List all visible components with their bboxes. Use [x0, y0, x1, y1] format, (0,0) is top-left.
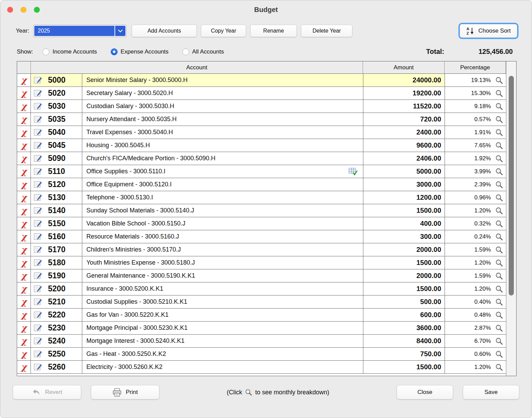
delete-icon[interactable]: χ — [21, 180, 26, 189]
amount-cell[interactable]: 1500.00 — [363, 256, 445, 269]
spreadsheet-icon[interactable] — [349, 167, 358, 175]
table-row[interactable]: χ 5230 Mortgage Principal - 3000.5230.K.… — [17, 322, 506, 335]
magnifier-icon[interactable] — [495, 285, 503, 293]
delete-icon[interactable]: χ — [21, 298, 26, 306]
add-accounts-button[interactable]: Add Accounts — [132, 25, 197, 37]
scrollbar-thumb[interactable] — [509, 76, 514, 295]
table-row[interactable]: χ 5200 Insurance - 3000.5200.K.K1 — [17, 282, 506, 295]
amount-cell[interactable]: 500.00 — [363, 295, 445, 308]
delete-icon[interactable]: χ — [21, 154, 26, 163]
table-row[interactable]: χ 5090 Church's FICA/Medicare Portion - … — [17, 152, 506, 165]
magnifier-icon[interactable] — [495, 246, 503, 254]
magnifier-icon[interactable] — [495, 154, 503, 163]
table-row[interactable]: χ 5140 Sunday School Materials - 3000.51… — [17, 204, 506, 217]
year-select[interactable]: 2025 — [33, 25, 126, 37]
magnifier-icon[interactable] — [495, 363, 503, 371]
amount-cell[interactable]: 300.00 — [363, 230, 445, 243]
amount-cell[interactable]: 2000.00 — [363, 269, 445, 282]
rename-button[interactable]: Rename — [250, 25, 297, 37]
table-row[interactable]: χ 5190 General Maintenance - 3000.5190.K… — [17, 269, 506, 282]
amount-cell[interactable]: 720.00 — [363, 113, 445, 126]
delete-icon[interactable]: χ — [21, 167, 26, 176]
revert-button[interactable]: Revert — [13, 385, 81, 399]
table-row[interactable]: χ 5260 Electricity - 3000.5260.K.K2 — [17, 361, 506, 374]
magnifier-icon[interactable] — [495, 298, 503, 306]
amount-cell[interactable]: 5000.00 — [363, 165, 445, 178]
magnifier-icon[interactable] — [495, 76, 503, 84]
copy-year-button[interactable]: Copy Year — [201, 25, 246, 37]
table-row[interactable]: χ 5170 Children's Ministries - 3000.5170… — [17, 243, 506, 256]
edit-icon[interactable] — [33, 206, 42, 215]
radio-all-accounts[interactable]: All Accounts — [182, 48, 224, 55]
delete-icon[interactable]: χ — [21, 271, 26, 280]
amount-cell[interactable]: 11520.00 — [363, 100, 445, 113]
table-row[interactable]: χ 5000 Senior Minister Salary - 3000.500… — [17, 74, 506, 87]
radio-income-accounts[interactable]: Income Accounts — [43, 48, 97, 55]
amount-cell[interactable]: 600.00 — [363, 309, 445, 321]
edit-icon[interactable] — [33, 337, 42, 345]
magnifier-icon[interactable] — [495, 272, 503, 280]
table-row[interactable]: χ 5130 Telephone - 3000.5130.I — [17, 191, 506, 204]
save-button[interactable]: Save — [463, 385, 519, 399]
edit-icon[interactable] — [33, 271, 42, 280]
magnifier-icon[interactable] — [495, 220, 503, 228]
amount-cell[interactable]: 1200.00 — [363, 191, 445, 204]
edit-icon[interactable] — [33, 167, 42, 176]
amount-cell[interactable]: 3000.00 — [363, 178, 445, 191]
amount-cell[interactable]: 3600.00 — [363, 322, 445, 334]
edit-icon[interactable] — [33, 219, 42, 228]
amount-cell[interactable]: 1500.00 — [363, 361, 445, 373]
table-row[interactable]: χ 5250 Gas - Heat - 3000.5250.K.K2 — [17, 348, 506, 361]
edit-icon[interactable] — [33, 76, 42, 84]
amount-cell[interactable]: 2406.00 — [363, 152, 445, 165]
magnifier-icon[interactable] — [495, 207, 503, 215]
delete-icon[interactable]: χ — [21, 76, 26, 84]
delete-icon[interactable]: χ — [21, 245, 26, 254]
choose-sort-button[interactable]: A Z Choose Sort — [460, 24, 518, 38]
edit-icon[interactable] — [33, 115, 42, 124]
table-row[interactable]: χ 5030 Custodian Salary - 3000.5030.H — [17, 100, 506, 113]
magnifier-icon[interactable] — [495, 141, 503, 150]
delete-icon[interactable]: χ — [21, 89, 26, 97]
magnifier-icon[interactable] — [495, 167, 503, 176]
edit-icon[interactable] — [33, 245, 42, 254]
delete-icon[interactable]: χ — [21, 285, 26, 293]
edit-icon[interactable] — [33, 141, 42, 150]
table-row[interactable]: χ 5240 Mortgage Interest - 3000.5240.K.K… — [17, 335, 506, 348]
amount-cell[interactable]: 2400.00 — [363, 126, 445, 139]
table-row[interactable]: χ 5020 Secretary Salary - 3000.5020.H — [17, 87, 506, 100]
amount-cell[interactable]: 24000.00 — [363, 74, 445, 86]
edit-icon[interactable] — [33, 324, 42, 332]
delete-icon[interactable]: χ — [21, 350, 26, 358]
magnifier-icon[interactable] — [495, 337, 503, 345]
delete-icon[interactable]: χ — [21, 311, 26, 319]
magnifier-icon[interactable] — [495, 350, 503, 358]
edit-icon[interactable] — [33, 258, 42, 267]
table-row[interactable]: χ 5040 Travel Expenses - 3000.5040.H — [17, 126, 506, 139]
delete-icon[interactable]: χ — [21, 141, 26, 150]
magnifier-icon[interactable] — [495, 181, 503, 189]
table-row[interactable]: χ 5035 Nursery Attendant - 3000.5035.H — [17, 113, 506, 126]
edit-icon[interactable] — [33, 363, 42, 371]
magnifier-icon[interactable] — [495, 102, 503, 111]
magnifier-icon[interactable] — [495, 89, 503, 97]
delete-icon[interactable]: χ — [21, 232, 26, 241]
delete-icon[interactable]: χ — [21, 363, 26, 371]
delete-icon[interactable]: χ — [21, 337, 26, 345]
edit-icon[interactable] — [33, 193, 42, 202]
table-row[interactable]: χ 5110 Office Supplies - 3000.5110.I — [17, 165, 506, 178]
edit-icon[interactable] — [33, 285, 42, 293]
magnifier-icon[interactable] — [495, 233, 503, 241]
amount-cell[interactable]: 2000.00 — [363, 243, 445, 256]
delete-year-button[interactable]: Delete Year — [301, 25, 352, 37]
scrollbar[interactable] — [506, 61, 516, 376]
amount-cell[interactable]: 750.00 — [363, 348, 445, 360]
edit-icon[interactable] — [33, 128, 42, 137]
delete-icon[interactable]: χ — [21, 193, 26, 202]
magnifier-icon[interactable] — [495, 324, 503, 332]
amount-cell[interactable]: 8400.00 — [363, 335, 445, 347]
table-row[interactable]: χ 5220 Gas for Van - 3000.5220.K.K1 — [17, 309, 506, 322]
amount-cell[interactable]: 9600.00 — [363, 139, 445, 152]
edit-icon[interactable] — [33, 311, 42, 319]
table-row[interactable]: χ 5180 Youth Ministries Expense - 3000.5… — [17, 256, 506, 269]
